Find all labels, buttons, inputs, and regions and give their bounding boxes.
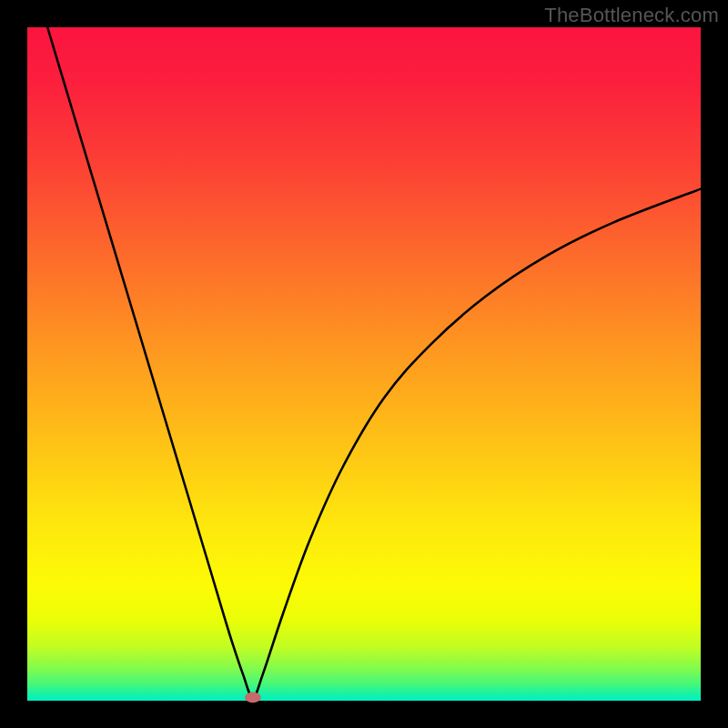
bottleneck-chart (27, 27, 701, 701)
optimal-point-marker (245, 692, 261, 703)
page-root: TheBottleneck.com (0, 0, 728, 728)
bottleneck-curve (47, 27, 701, 697)
plot-area (27, 27, 701, 701)
watermark-text: TheBottleneck.com (544, 4, 719, 27)
